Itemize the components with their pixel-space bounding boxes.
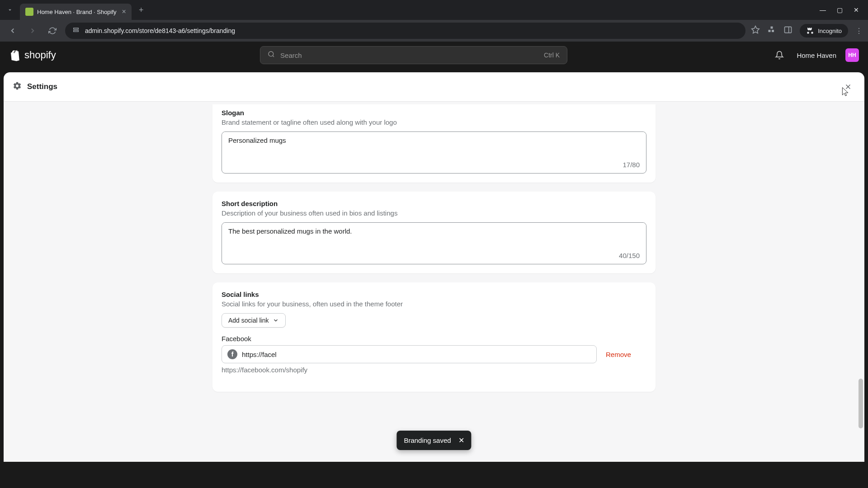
slogan-input-wrap: 17/80: [222, 131, 646, 174]
slogan-title: Slogan: [222, 109, 646, 117]
store-name[interactable]: Home Haven: [797, 52, 836, 59]
settings-panel: Settings Slogan Brand statement or tagli…: [4, 72, 864, 462]
close-tab-icon[interactable]: ×: [122, 8, 126, 16]
close-window-icon[interactable]: ✕: [854, 6, 859, 14]
toast: Branding saved ✕: [396, 431, 471, 450]
browser-tab[interactable]: Home Haven · Brand · Shopify ×: [20, 4, 132, 20]
window-controls: — ▢ ✕: [820, 6, 864, 14]
browser-menu-icon[interactable]: ⋮: [855, 27, 863, 35]
incognito-badge[interactable]: Incognito: [800, 24, 848, 38]
back-button[interactable]: [5, 23, 20, 38]
facebook-helper: https://facebook.com/shopify: [222, 366, 646, 374]
bookmark-icon[interactable]: [751, 25, 760, 36]
store-avatar[interactable]: HH: [845, 48, 859, 62]
slogan-char-count: 17/80: [222, 159, 646, 173]
search-icon: [268, 51, 275, 60]
search-shortcut: Ctrl K: [544, 52, 560, 59]
maximize-icon[interactable]: ▢: [837, 6, 843, 14]
short-desc-input[interactable]: [222, 223, 646, 248]
notifications-button[interactable]: [771, 47, 788, 63]
settings-title: Settings: [27, 82, 57, 91]
add-social-link-button[interactable]: Add social link: [222, 313, 286, 328]
search-placeholder: Search: [280, 52, 544, 59]
short-desc-title: Short description: [222, 200, 646, 207]
svg-marker-2: [752, 26, 760, 33]
social-links-card: Social links Social links for your busin…: [212, 282, 656, 392]
url-text: admin.shopify.com/store/de8143-a6/settin…: [85, 27, 235, 34]
short-desc-desc: Description of your business often used …: [222, 209, 646, 217]
short-desc-input-wrap: 40/150: [222, 222, 646, 264]
short-desc-char-count: 40/150: [222, 250, 646, 264]
minimize-icon[interactable]: —: [820, 6, 826, 14]
extensions-icon[interactable]: [767, 25, 776, 36]
browser-tab-bar: Home Haven · Brand · Shopify × + — ▢ ✕: [0, 0, 868, 20]
shopify-logo[interactable]: shopify: [9, 49, 56, 61]
social-desc: Social links for your business, often us…: [222, 300, 646, 308]
remove-link-button[interactable]: Remove: [606, 351, 631, 358]
address-bar[interactable]: admin.shopify.com/store/de8143-a6/settin…: [65, 23, 745, 39]
slogan-desc: Brand statement or tagline often used al…: [222, 118, 646, 126]
svg-rect-5: [772, 30, 774, 32]
toast-close-icon[interactable]: ✕: [458, 436, 464, 445]
svg-rect-6: [785, 27, 792, 33]
social-title: Social links: [222, 291, 646, 298]
svg-point-8: [269, 52, 274, 56]
facebook-icon: f: [227, 349, 237, 359]
incognito-label: Incognito: [818, 28, 842, 34]
tab-search-button[interactable]: [4, 4, 16, 16]
add-social-label: Add social link: [228, 317, 269, 324]
svg-rect-4: [769, 30, 771, 32]
facebook-label: Facebook: [222, 335, 646, 343]
short-desc-card: Short description Description of your bu…: [212, 192, 656, 273]
site-settings-icon[interactable]: [72, 26, 80, 35]
search-input[interactable]: Search Ctrl K: [260, 46, 567, 64]
reload-button[interactable]: [45, 23, 60, 38]
side-panel-icon[interactable]: [783, 25, 793, 36]
gear-icon: [13, 81, 22, 92]
svg-rect-0: [74, 28, 79, 29]
tab-title: Home Haven · Brand · Shopify: [37, 9, 117, 15]
browser-url-bar: admin.shopify.com/store/de8143-a6/settin…: [0, 20, 868, 42]
svg-line-9: [273, 56, 274, 57]
scrollbar[interactable]: [858, 99, 864, 462]
forward-button[interactable]: [25, 23, 40, 38]
chevron-down-icon: [273, 317, 279, 324]
settings-header: Settings: [4, 72, 864, 102]
new-tab-button[interactable]: +: [139, 5, 144, 15]
shopify-favicon: [25, 8, 33, 16]
close-settings-button[interactable]: [841, 80, 855, 94]
shopify-header: shopify Search Ctrl K Home Haven HH: [0, 42, 868, 69]
svg-rect-3: [771, 27, 773, 29]
facebook-input[interactable]: [242, 351, 591, 358]
settings-body[interactable]: Slogan Brand statement or tagline often …: [4, 102, 864, 462]
svg-rect-1: [74, 30, 79, 32]
facebook-input-wrap: f: [222, 345, 597, 363]
slogan-input[interactable]: [222, 132, 646, 157]
shopify-logo-text: shopify: [24, 49, 56, 61]
slogan-card: Slogan Brand statement or tagline often …: [212, 104, 656, 183]
scrollbar-thumb[interactable]: [859, 379, 863, 428]
toast-message: Branding saved: [404, 436, 451, 444]
